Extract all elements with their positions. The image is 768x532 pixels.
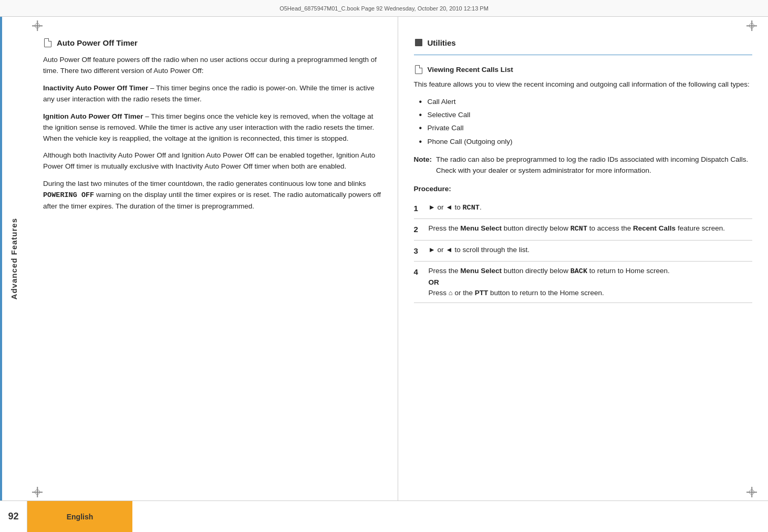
step2-pre: Press the [429,224,461,232]
procedure-label: Procedure: [414,185,753,193]
step4-or: OR [429,278,439,286]
note-text: The radio can also be preprogrammed to l… [436,154,752,176]
step4-ptt: PTT [475,289,489,297]
step-content-2: Press the Menu Select button directly be… [429,223,753,234]
sub-section-header: Viewing Recent Calls List [414,65,753,74]
step1-period: . [480,203,482,211]
list-item: Call Alert [418,97,753,107]
step4-mid: button directly below [502,267,570,275]
footer: 92 English [0,500,768,532]
left-column: Auto Power Off Timer Auto Power Off feat… [27,17,398,500]
step-num-2: 2 [414,224,423,236]
step-row-4: 4 Press the Menu Select button directly … [414,262,753,303]
step3-text: ► or ◄ to scroll through the list. [429,246,530,254]
sidebar-label: Advanced Features [9,218,18,299]
step4-menu-select: Menu Select [460,267,502,275]
list-item: Selective Call [418,110,753,120]
left-section-content: Auto Power Off feature powers off the ra… [43,55,382,212]
step-content-3: ► or ◄ to scroll through the list. [429,245,753,255]
list-item: Phone Call (Outgoing only) [418,137,753,147]
note-label: Note: [414,154,432,176]
right-section-content: This feature allows you to view the rece… [414,79,753,303]
step4-line2-pre: Press [429,289,449,297]
step-num-1: 1 [414,203,423,215]
note-block: Note: The radio can also be preprogramme… [414,154,753,176]
step4-pre: Press the [429,267,461,275]
right-section-header: Utilities [414,38,753,47]
header-bar: O5Head_6875947M01_C.book Page 92 Wednesd… [0,0,768,17]
inactivity-para: Inactivity Auto Power Off Timer – This t… [43,83,382,105]
step2-post2: feature screen. [676,224,725,232]
left-intro-para: Auto Power Off feature powers off the ra… [43,55,382,77]
step-row-3: 3 ► or ◄ to scroll through the list. [414,241,753,262]
sidebar: Advanced Features [0,17,27,500]
left-section-header: Auto Power Off Timer [43,38,382,47]
step4-line2-mid: or the [453,289,475,297]
step4-home-icon: ⌂ [449,289,453,297]
right-section-title: Utilities [428,38,456,47]
list-item: Private Call [418,123,753,133]
step2-mid: button directly below [502,224,570,232]
doc-icon-2 [414,65,423,74]
left-section-title: Auto Power Off Timer [57,38,138,47]
ignition-para: Ignition Auto Power Off Timer – This tim… [43,111,382,144]
step2-post: to access the [587,224,633,232]
section-divider [414,55,753,55]
step2-menu-select: Menu Select [460,224,502,232]
both-para: Although both Inactivity Auto Power Off … [43,150,382,172]
step-content-1: ► or ◄ to RCNT. [429,202,753,213]
step-row-2: 2 Press the Menu Select button directly … [414,219,753,241]
right-column: Utilities Viewing Recent Calls List This… [398,17,769,500]
step4-back: BACK [570,267,587,275]
step-row-1: 1 ► or ◄ to RCNT. [414,198,753,220]
footer-language-tab: English [27,501,132,532]
main-content: Auto Power Off Timer Auto Power Off feat… [27,17,768,500]
sq-icon [414,38,423,47]
doc-icon [43,38,53,47]
sidebar-border [0,17,2,500]
countdown-para: During the last two minutes of the timer… [43,179,382,212]
step2-recent-calls: Recent Calls [633,224,676,232]
step4-line2-post: button to return to the Home screen. [488,289,604,297]
step2-rcnt: RCNT [570,225,587,233]
step4-post: to return to Home screen. [587,267,670,275]
footer-page-number: 92 [0,501,27,532]
bullet-list: Call Alert Selective Call Private Call P… [414,97,753,147]
step-num-4: 4 [414,266,423,278]
sub-section-title: Viewing Recent Calls List [428,66,513,74]
right-intro-para: This feature allows you to view the rece… [414,79,753,90]
step1-rcnt: RCNT [463,204,480,212]
step-content-4: Press the Menu Select button directly be… [429,266,753,298]
header-filename: O5Head_6875947M01_C.book Page 92 Wednesd… [279,5,489,12]
step-num-3: 3 [414,245,423,257]
step1-arrow: ► or ◄ to [429,203,463,211]
footer-right-space [132,501,768,532]
